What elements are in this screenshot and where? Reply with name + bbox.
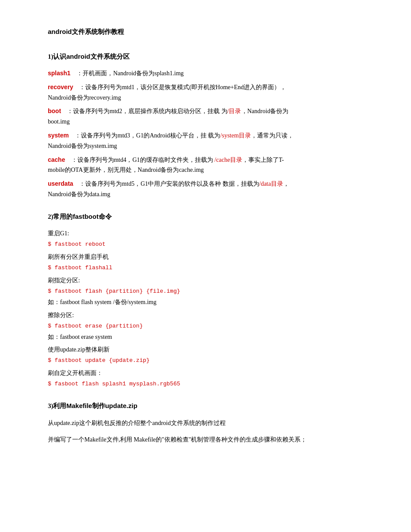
cmd-label-reboot: 重启G1: xyxy=(48,228,376,239)
section1-title: 1)认识android文件系统分区 xyxy=(48,51,376,63)
section3-para1: 从update.zip这个刷机包反推的介绍整个android文件系统的制作过程 xyxy=(48,418,376,428)
partition-desc-system2: ，通常为只读， xyxy=(251,132,294,139)
partition-desc-cache2: ，事实上除了T- xyxy=(242,157,284,163)
partition-desc-userdata1: ：设备序列号为mtd5，G1中用户安装的软件以及各种 数据，挂载为 xyxy=(73,181,259,187)
partition-desc-cache1: ：设备序列号为mtd4，G1的缓存临时文件夹，挂载为 xyxy=(65,157,214,163)
partition-recovery: recovery ：设备序列号为mtd1，该分区是恢复模式(即开机按Home+E… xyxy=(48,82,376,103)
android-label: android xyxy=(48,28,72,35)
section3-mid: 制作 xyxy=(92,402,105,409)
section3-prefix: 3)利用 xyxy=(48,402,67,409)
partition-sep1: ： xyxy=(70,70,83,77)
title-suffix: 文件系统制作教程 xyxy=(72,28,124,35)
section3-para2: 并编写了一个Makefile文件,利用 Makefile的"依赖检查"机制管理各… xyxy=(48,435,376,445)
section1-title-suffix: 文件系统分区 xyxy=(90,53,130,60)
partition-desc-system3: Nandroid备份为system.img xyxy=(48,143,117,149)
section1-title-prefix: 1)认识 xyxy=(48,53,67,60)
partition-desc-userdata2: ， xyxy=(283,181,289,187)
partition-boot-redpart: /目录 xyxy=(227,108,241,114)
cmd-label-splash: 刷自定义开机画面： xyxy=(48,368,376,378)
partition-name-boot: boot xyxy=(48,107,61,114)
partition-desc-recovery2: Nandroid备份为recovery.img xyxy=(48,94,121,101)
partition-userdata: userdata ：设备序列号为mtd5，G1中用户安装的软件以及各种 数据，挂… xyxy=(48,179,376,200)
page-title: android文件系统制作教程 xyxy=(48,26,376,38)
partition-splash1: splash1 ：开机画面，Nandroid备份为splash1.img xyxy=(48,68,376,79)
cmd-label-flashall: 刷所有分区并重启手机 xyxy=(48,252,376,262)
partition-desc-userdata3: Nandroid备份为data.img xyxy=(48,191,110,197)
partition-boot: boot ：设备序列号为mtd2，底层操作系统内核启动分区，挂载 为/目录，Na… xyxy=(48,106,376,127)
partition-desc-boot3: boot.img xyxy=(48,118,70,125)
cmd-flash: $ fastboot flash {partition} {file.img} xyxy=(48,287,376,296)
cmd-label-flash: 刷指定分区: xyxy=(48,275,376,286)
section3-makefile-bold: Makefile xyxy=(67,402,92,409)
section1-android-bold: android xyxy=(67,53,90,60)
cmd-reboot: $ fastboot reboot xyxy=(48,240,376,249)
cmd-flashall: $ fastboot flashall xyxy=(48,263,376,273)
partition-system-redpart: /system目录 xyxy=(220,132,251,139)
cmd-splash: $ fasboot flash splash1 mysplash.rgb565 xyxy=(48,379,376,389)
partition-system: system ：设备序列号为mtd3，G1的Android核心平台，挂 载为/s… xyxy=(48,130,376,151)
partition-cache-redpart: /cache目录 xyxy=(214,157,242,163)
partition-name-recovery: recovery xyxy=(48,84,73,90)
partition-name-cache: cache xyxy=(48,156,65,163)
partition-desc-splash1: 开机画面，Nandroid备份为splash1.img xyxy=(83,70,184,77)
section3-updatezip-bold: update.zip xyxy=(105,402,137,409)
section3-title: 3)利用Makefile制作update.zip xyxy=(48,400,376,412)
partition-desc-boot2: ，Nandroid备份为 xyxy=(241,108,289,114)
cmd-label-erase: 擦除分区: xyxy=(48,310,376,321)
section2-title: 2)常用的fastboot命令 xyxy=(48,211,376,223)
partition-cache: cache ：设备序列号为mtd4，G1的缓存临时文件夹，挂载为 /cache目… xyxy=(48,155,376,176)
cmd-update: $ fastboot update {update.zip} xyxy=(48,356,376,365)
partition-desc-boot1: ：设备序列号为mtd2，底层操作系统内核启动分区，挂载 为 xyxy=(61,108,227,114)
partition-name-splash1: splash1 xyxy=(48,70,70,77)
partition-desc-cache3: mobile的OTA更新外，别无用处，Nandroid备份为cache.img xyxy=(48,167,204,173)
partition-sep2: ：设备序列号为mtd1，该分区是恢复模式(即开机按Home+End进入的界面）， xyxy=(73,84,286,90)
partition-desc-system1: ：设备序列号为mtd3，G1的Android核心平台，挂 载为 xyxy=(69,132,220,139)
cmd-erase-example: 如：fastboot erase system xyxy=(48,332,376,342)
cmd-flash-example: 如：fastboot flash system /备份/system.img xyxy=(48,297,376,308)
section2-title-suffix: 命令 xyxy=(99,213,112,220)
partition-userdata-redpart: /data目录 xyxy=(259,181,283,187)
partition-name-userdata: userdata xyxy=(48,180,73,187)
cmd-label-update: 使用update.zip整体刷新 xyxy=(48,345,376,355)
partition-name-system: system xyxy=(48,132,69,139)
section2-fastboot-bold: fastboot xyxy=(73,213,99,220)
cmd-erase: $ fastboot erase {partition} xyxy=(48,321,376,331)
section2-title-prefix: 2)常用的 xyxy=(48,213,73,220)
